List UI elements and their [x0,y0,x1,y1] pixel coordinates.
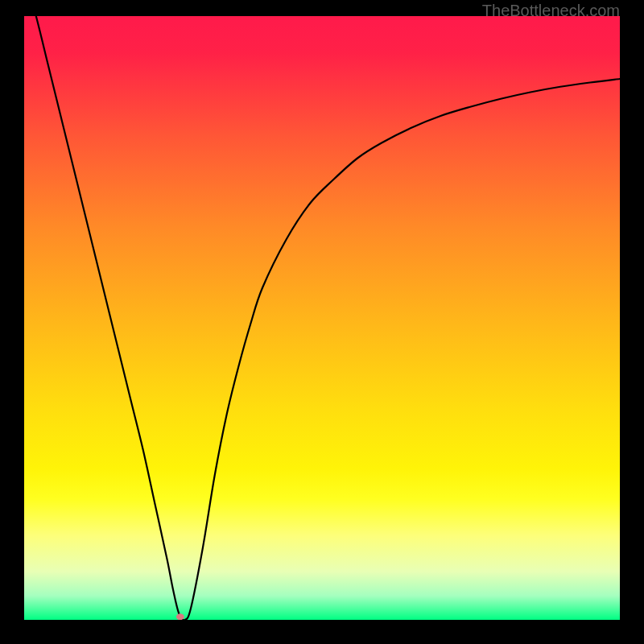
optimal-point-marker [176,613,184,620]
watermark-text: TheBottleneck.com [482,2,620,20]
bottleneck-curve [24,16,620,620]
curve-layer [24,16,620,620]
